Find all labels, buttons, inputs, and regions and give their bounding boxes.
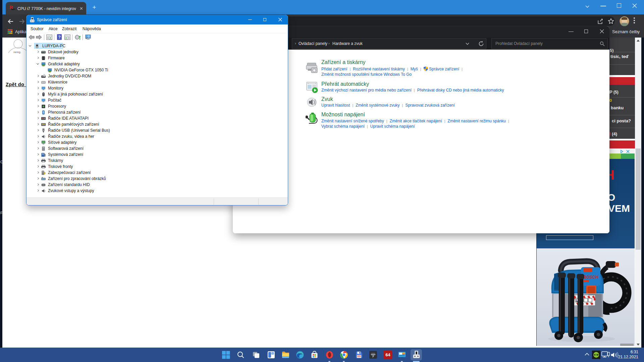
svg-text:BOSCH: BOSCH — [584, 275, 598, 280]
svg-text:?: ? — [58, 35, 61, 40]
